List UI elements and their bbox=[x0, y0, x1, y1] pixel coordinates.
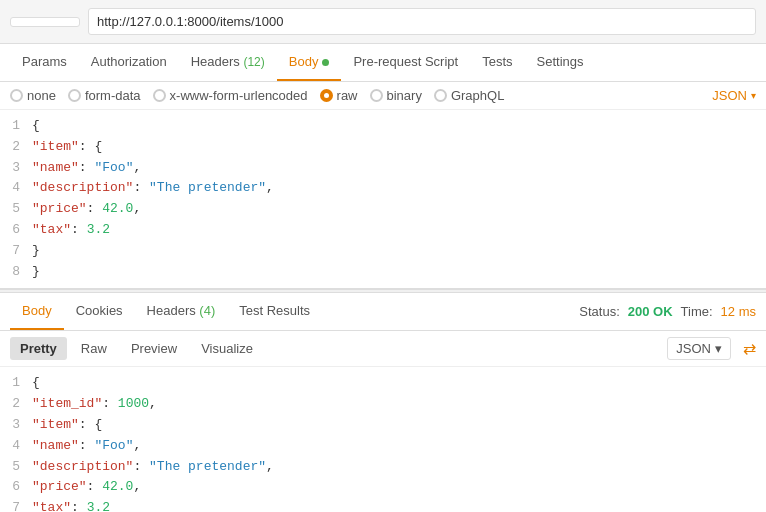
code-content: { bbox=[32, 116, 766, 137]
response-format-bar: PrettyRawPreviewVisualizeJSON ▾⇄ bbox=[0, 331, 766, 367]
radio-dot bbox=[370, 89, 383, 102]
code-content: } bbox=[32, 241, 766, 262]
code-line: 5 "price": 42.0, bbox=[0, 199, 766, 220]
code-line: 7 } bbox=[0, 241, 766, 262]
line-number: 1 bbox=[0, 116, 32, 137]
time-label: Time: bbox=[681, 304, 713, 319]
radio-dot bbox=[68, 89, 81, 102]
code-line: 8} bbox=[0, 262, 766, 283]
resp-json-label: JSON bbox=[676, 341, 711, 356]
line-number: 5 bbox=[0, 457, 32, 478]
resp-format-pretty[interactable]: Pretty bbox=[10, 337, 67, 360]
body-type-bar: noneform-datax-www-form-urlencodedrawbin… bbox=[0, 82, 766, 110]
resp-tab-cookies[interactable]: Cookies bbox=[64, 293, 135, 330]
json-label: JSON bbox=[712, 88, 747, 103]
resp-format-raw[interactable]: Raw bbox=[71, 337, 117, 360]
req-tab-pre-request-script[interactable]: Pre-request Script bbox=[341, 44, 470, 81]
line-number: 1 bbox=[0, 373, 32, 394]
line-number: 6 bbox=[0, 220, 32, 241]
code-content: "description": "The pretender", bbox=[32, 178, 766, 199]
code-content: "tax": 3.2 bbox=[32, 498, 766, 512]
code-line: 4 "name": "Foo", bbox=[0, 436, 766, 457]
code-line: 1{ bbox=[0, 373, 766, 394]
status-label: Status: bbox=[579, 304, 619, 319]
code-line: 4 "description": "The pretender", bbox=[0, 178, 766, 199]
resp-format-visualize[interactable]: Visualize bbox=[191, 337, 263, 360]
req-tab-params[interactable]: Params bbox=[10, 44, 79, 81]
line-number: 6 bbox=[0, 477, 32, 498]
line-number: 5 bbox=[0, 199, 32, 220]
response-tabs: BodyCookiesHeaders (4)Test ResultsStatus… bbox=[0, 293, 766, 331]
body-type-label: none bbox=[27, 88, 56, 103]
body-type-GraphQL[interactable]: GraphQL bbox=[434, 88, 504, 103]
resp-format-preview[interactable]: Preview bbox=[121, 337, 187, 360]
body-type-label: raw bbox=[337, 88, 358, 103]
body-type-none[interactable]: none bbox=[10, 88, 56, 103]
code-line: 5 "description": "The pretender", bbox=[0, 457, 766, 478]
line-number: 4 bbox=[0, 436, 32, 457]
radio-dot bbox=[434, 89, 447, 102]
line-number: 2 bbox=[0, 137, 32, 158]
code-content: "item": { bbox=[32, 137, 766, 158]
code-line: 3 "item": { bbox=[0, 415, 766, 436]
line-number: 4 bbox=[0, 178, 32, 199]
request-code-editor[interactable]: 1{2 "item": {3 "name": "Foo",4 "descript… bbox=[0, 110, 766, 289]
body-type-form-data[interactable]: form-data bbox=[68, 88, 141, 103]
radio-dot bbox=[153, 89, 166, 102]
radio-dot bbox=[10, 89, 23, 102]
code-content: "description": "The pretender", bbox=[32, 457, 766, 478]
line-number: 8 bbox=[0, 262, 32, 283]
url-bar bbox=[0, 0, 766, 44]
line-number: 2 bbox=[0, 394, 32, 415]
resp-tab-body[interactable]: Body bbox=[10, 293, 64, 330]
body-type-label: form-data bbox=[85, 88, 141, 103]
body-type-x-www-form-urlencoded[interactable]: x-www-form-urlencoded bbox=[153, 88, 308, 103]
resp-tab-test-results[interactable]: Test Results bbox=[227, 293, 322, 330]
code-content: "name": "Foo", bbox=[32, 158, 766, 179]
code-content: "price": 42.0, bbox=[32, 477, 766, 498]
code-content: "name": "Foo", bbox=[32, 436, 766, 457]
code-content: } bbox=[32, 262, 766, 283]
resp-json-chevron-icon: ▾ bbox=[715, 341, 722, 356]
code-content: "item": { bbox=[32, 415, 766, 436]
line-number: 3 bbox=[0, 415, 32, 436]
code-line: 3 "name": "Foo", bbox=[0, 158, 766, 179]
code-content: "item_id": 1000, bbox=[32, 394, 766, 415]
req-tab-body[interactable]: Body bbox=[277, 44, 342, 81]
code-line: 1{ bbox=[0, 116, 766, 137]
time-value: 12 ms bbox=[721, 304, 756, 319]
code-line: 6 "price": 42.0, bbox=[0, 477, 766, 498]
method-select[interactable] bbox=[10, 17, 80, 27]
request-tabs: ParamsAuthorizationHeaders (12)BodyPre-r… bbox=[0, 44, 766, 82]
body-type-raw[interactable]: raw bbox=[320, 88, 358, 103]
body-type-label: GraphQL bbox=[451, 88, 504, 103]
code-line: 6 "tax": 3.2 bbox=[0, 220, 766, 241]
json-type-dropdown[interactable]: JSON▾ bbox=[712, 88, 756, 103]
body-type-label: binary bbox=[387, 88, 422, 103]
line-number: 7 bbox=[0, 498, 32, 512]
req-tab-tests[interactable]: Tests bbox=[470, 44, 524, 81]
req-tab-headers[interactable]: Headers (12) bbox=[179, 44, 277, 81]
url-input[interactable] bbox=[88, 8, 756, 35]
json-chevron-icon: ▾ bbox=[751, 90, 756, 101]
body-type-label: x-www-form-urlencoded bbox=[170, 88, 308, 103]
line-number: 7 bbox=[0, 241, 32, 262]
code-line: 2 "item": { bbox=[0, 137, 766, 158]
code-line: 2 "item_id": 1000, bbox=[0, 394, 766, 415]
status-value: 200 OK bbox=[628, 304, 673, 319]
resp-tab-headers[interactable]: Headers (4) bbox=[135, 293, 228, 330]
radio-dot bbox=[320, 89, 333, 102]
body-type-binary[interactable]: binary bbox=[370, 88, 422, 103]
response-code-editor[interactable]: 1{2 "item_id": 1000,3 "item": {4 "name":… bbox=[0, 367, 766, 512]
wrap-icon[interactable]: ⇄ bbox=[743, 339, 756, 358]
req-tab-authorization[interactable]: Authorization bbox=[79, 44, 179, 81]
req-tab-settings[interactable]: Settings bbox=[525, 44, 596, 81]
status-info: Status: 200 OK Time: 12 ms bbox=[579, 304, 756, 319]
resp-json-dropdown[interactable]: JSON ▾ bbox=[667, 337, 731, 360]
code-content: { bbox=[32, 373, 766, 394]
line-number: 3 bbox=[0, 158, 32, 179]
code-line: 7 "tax": 3.2 bbox=[0, 498, 766, 512]
code-content: "price": 42.0, bbox=[32, 199, 766, 220]
code-content: "tax": 3.2 bbox=[32, 220, 766, 241]
